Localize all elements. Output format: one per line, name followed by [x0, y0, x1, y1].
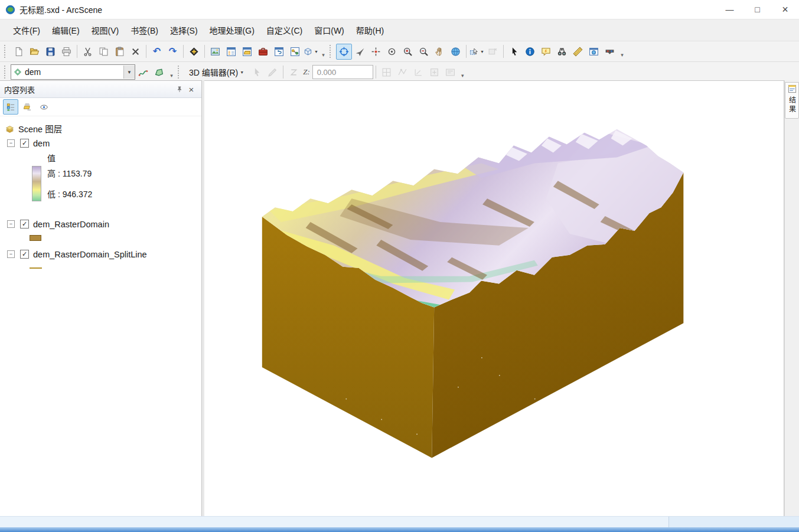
- delete-icon: [131, 47, 141, 57]
- scene-switcher-button[interactable]: ▼: [303, 44, 319, 60]
- open-button[interactable]: [27, 44, 43, 60]
- zoom-out-button[interactable]: [416, 44, 432, 60]
- menu-edit[interactable]: 编辑(E): [46, 20, 86, 40]
- toolbar-grip[interactable]: [4, 66, 8, 79]
- toolbar-grip[interactable]: [178, 66, 181, 79]
- add-data-button[interactable]: [186, 44, 202, 60]
- menu-customize[interactable]: 自定义(C): [260, 20, 308, 40]
- fly-tool-button[interactable]: [352, 44, 368, 60]
- reshape-button[interactable]: [394, 64, 410, 80]
- save-button[interactable]: [43, 44, 58, 60]
- new-document-button[interactable]: [11, 44, 27, 60]
- paste-button[interactable]: [112, 44, 128, 60]
- arctoolbox-button[interactable]: [255, 44, 271, 60]
- layer-label-splitline[interactable]: dem_RasterDomain_SplitLine: [33, 250, 147, 259]
- profile-button[interactable]: [410, 64, 426, 80]
- expander-icon[interactable]: −: [7, 139, 15, 147]
- navigate-tool-button[interactable]: [336, 44, 352, 60]
- snapping-button[interactable]: [286, 64, 302, 80]
- toolbar-overflow-button[interactable]: ▾: [167, 64, 176, 80]
- layer-row-dem[interactable]: − ✓ dem: [0, 136, 201, 151]
- legend-field-row: 值: [0, 151, 201, 165]
- toc-window-button[interactable]: [223, 44, 239, 60]
- toolbar-overflow-button[interactable]: ▾: [319, 43, 328, 60]
- list-by-drawing-order-button[interactable]: [3, 99, 18, 115]
- close-button[interactable]: ×: [771, 0, 799, 19]
- results-icon: [788, 84, 797, 93]
- menu-window[interactable]: 窗口(W): [308, 20, 350, 40]
- attributes-button[interactable]: [442, 64, 458, 80]
- find-button[interactable]: [554, 44, 570, 60]
- menu-file[interactable]: 文件(F): [7, 20, 46, 40]
- measure-button[interactable]: [570, 44, 586, 60]
- export-scene-icon: [210, 47, 220, 57]
- maximize-button[interactable]: □: [743, 0, 771, 19]
- list-by-source-button[interactable]: [19, 99, 35, 115]
- select-features-button[interactable]: ▼: [469, 44, 485, 60]
- expander-icon[interactable]: −: [7, 250, 15, 258]
- layer-label-dem[interactable]: dem: [33, 139, 50, 148]
- minimize-button[interactable]: —: [716, 0, 743, 19]
- analyst-layer-combo[interactable]: dem ▼: [11, 64, 135, 80]
- arcscene-logo-icon: [5, 5, 15, 15]
- identify-button[interactable]: [522, 44, 538, 60]
- toolbar-grip[interactable]: [4, 45, 8, 58]
- menu-bookmarks[interactable]: 书签(B): [125, 20, 164, 40]
- redo-icon: ↷: [169, 47, 177, 56]
- toolbar-overflow-button[interactable]: ▾: [458, 64, 467, 80]
- toolbar-grip[interactable]: [330, 45, 333, 58]
- add-vertex-button[interactable]: [426, 64, 442, 80]
- zoom-in-button[interactable]: [400, 44, 416, 60]
- delete-button[interactable]: [128, 44, 144, 60]
- expander-icon[interactable]: −: [7, 220, 15, 228]
- splitline-symbol[interactable]: [30, 267, 42, 269]
- sketch-tool-button[interactable]: [265, 64, 281, 80]
- copy-button[interactable]: [96, 44, 112, 60]
- toc-pin-button[interactable]: [174, 83, 185, 95]
- pan-tool-button[interactable]: [432, 44, 448, 60]
- results-tab[interactable]: 结果: [785, 82, 799, 119]
- interpolate-line-button[interactable]: [135, 64, 151, 80]
- scene-viewport[interactable]: [204, 80, 784, 517]
- undo-button[interactable]: ↶: [149, 44, 165, 60]
- python-window-button[interactable]: [271, 44, 287, 60]
- menu-help[interactable]: 帮助(H): [350, 20, 390, 40]
- interpolate-polygon-button[interactable]: [151, 64, 167, 80]
- divide-button[interactable]: [379, 64, 394, 80]
- select-elements-button[interactable]: [506, 44, 522, 60]
- window-title: 无标题.sxd - ArcScene: [19, 4, 102, 15]
- main-content: 内容列表 × Scene 图层 − ✓ dem: [0, 80, 799, 517]
- edit-tool-button[interactable]: [249, 64, 265, 80]
- combo-dropdown-button[interactable]: ▼: [123, 66, 135, 79]
- toc-close-button[interactable]: ×: [185, 83, 197, 95]
- redo-button[interactable]: ↷: [165, 44, 181, 60]
- catalog-window-button[interactable]: [239, 44, 255, 60]
- z-value-field[interactable]: 0.000: [312, 65, 373, 79]
- layer-row-rasterdomain[interactable]: − ✓ dem_RasterDomain: [0, 217, 201, 231]
- layer-checkbox-dem[interactable]: ✓: [20, 139, 29, 148]
- zoom-to-target-button[interactable]: [384, 44, 400, 60]
- toolbar-overflow-button[interactable]: ▾: [618, 43, 627, 60]
- print-button[interactable]: [58, 44, 74, 60]
- center-on-target-button[interactable]: [368, 44, 384, 60]
- tree-root-row[interactable]: Scene 图层: [0, 121, 201, 136]
- modelbuilder-button[interactable]: [287, 44, 303, 60]
- html-popup-button[interactable]: [538, 44, 554, 60]
- menu-view[interactable]: 视图(V): [86, 20, 125, 40]
- clear-selected-features-button[interactable]: [485, 44, 501, 60]
- menu-selection[interactable]: 选择(S): [164, 20, 204, 40]
- menu-geoprocessing[interactable]: 地理处理(G): [204, 20, 260, 40]
- layer-label-rasterdomain[interactable]: dem_RasterDomain: [33, 220, 109, 229]
- editor-menu-button[interactable]: 3D 编辑器(R) ▼: [184, 63, 249, 81]
- export-scene-button[interactable]: [207, 44, 223, 60]
- full-extent-button[interactable]: [448, 44, 464, 60]
- rasterdomain-symbol-swatch[interactable]: [30, 235, 41, 241]
- open-folder-icon: [30, 47, 40, 57]
- viewer-window-button[interactable]: [586, 44, 602, 60]
- layer-row-splitline[interactable]: − ✓ dem_RasterDomain_SplitLine: [0, 247, 201, 262]
- list-by-visibility-button[interactable]: [36, 99, 51, 115]
- layer-checkbox-rasterdomain[interactable]: ✓: [20, 220, 29, 229]
- cut-button[interactable]: [80, 44, 96, 60]
- layer-checkbox-splitline[interactable]: ✓: [20, 250, 29, 259]
- stereo-view-button[interactable]: [602, 44, 618, 60]
